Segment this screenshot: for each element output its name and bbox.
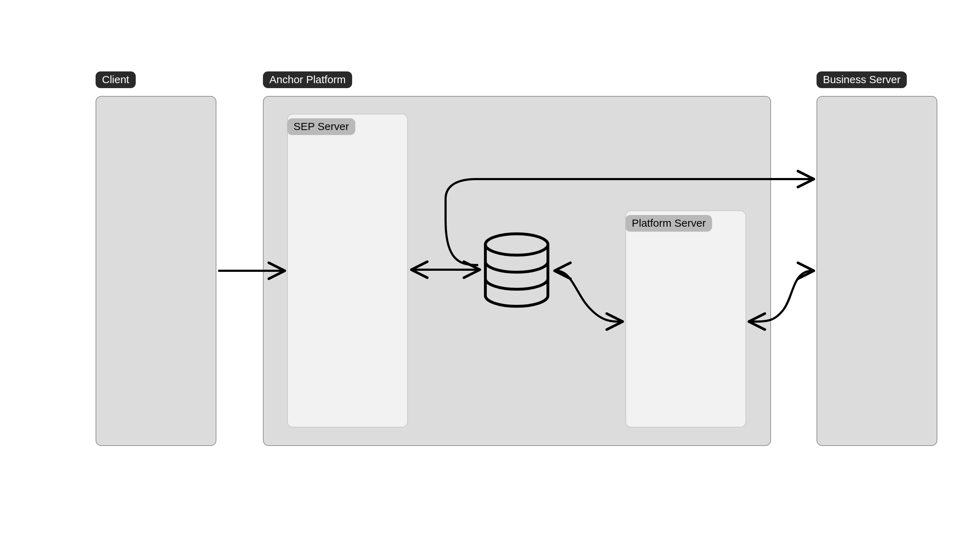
client-box: [96, 96, 217, 446]
client-label: Client: [96, 72, 136, 88]
business-server-box: [817, 96, 937, 446]
sep-server-label: SEP Server: [287, 118, 355, 135]
anchor-platform-label: Anchor Platform: [263, 72, 352, 88]
platform-server-box: [625, 210, 746, 427]
business-server-label: Business Server: [817, 72, 907, 88]
diagram-canvas: Client Anchor Platform Business Server S…: [0, 0, 975, 560]
sep-server-box: [287, 114, 408, 427]
platform-server-label: Platform Server: [625, 215, 712, 232]
